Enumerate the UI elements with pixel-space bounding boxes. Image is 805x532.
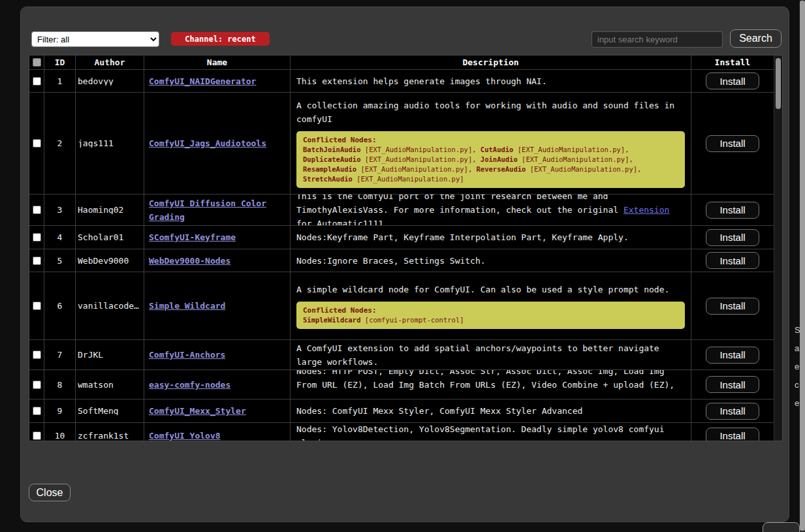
- table-row: 2 jags111 ComfyUI_Jags_Audiotools A coll…: [29, 93, 774, 195]
- install-button[interactable]: Install: [706, 298, 759, 315]
- row-id: 1: [44, 70, 76, 92]
- row-description: A collection amazing audio tools for wor…: [296, 99, 685, 126]
- channel-badge[interactable]: Channel: recent: [171, 32, 270, 46]
- table-row: 4 Scholar01 SComfyUI-Keyframe Nodes:Keyf…: [29, 226, 774, 249]
- row-name-link[interactable]: ComfyUI_Mexx_Styler: [149, 404, 246, 418]
- row-author: vanillacode314: [78, 302, 142, 310]
- row-description: A ComfyUI extension to add spatial ancho…: [296, 341, 685, 369]
- extension-link[interactable]: Extension: [623, 205, 669, 215]
- conflict-node-source: [EXT_AudioManipulation.py]: [513, 146, 625, 153]
- row-name-link[interactable]: ComfyUI Yolov8: [149, 429, 221, 441]
- conflict-items: BatchJoinAudio [EXT_AudioManipulation.py…: [303, 145, 678, 184]
- row-name-link[interactable]: Simple Wildcard: [149, 299, 225, 313]
- conflict-node-name: SimpleWildcard: [303, 316, 361, 324]
- conflict-node-name: CutAudio: [481, 146, 514, 153]
- conflict-node-name: StretchAudio: [303, 175, 353, 183]
- row-description: Nodes: Yolov8Detection, Yolov8Segmentati…: [296, 423, 685, 441]
- row-name-link[interactable]: SComfyUI-Keyframe: [149, 230, 236, 244]
- header-id: ID: [44, 55, 76, 69]
- table-row: 8 wmatson easy-comfy-nodes Nodes: HTTP P…: [29, 370, 774, 399]
- table-scrollbar-thumb[interactable]: [776, 58, 781, 109]
- row-checkbox[interactable]: [33, 351, 41, 359]
- page-background: Filter: all Channel: recent Search ID Au…: [0, 0, 805, 532]
- row-description: Nodes:Keyframe Part, Keyframe Interpolat…: [296, 230, 629, 244]
- install-button[interactable]: Install: [706, 403, 759, 420]
- table-row: 3 Haoming02 ComfyUI Diffusion Color Grad…: [29, 195, 774, 226]
- header-install: Install: [691, 55, 774, 69]
- row-checkbox[interactable]: [33, 302, 41, 310]
- row-checkbox[interactable]: [33, 77, 41, 86]
- install-button[interactable]: Install: [706, 202, 759, 219]
- conflict-node-source: [EXT_AudioManipulation.py]: [353, 175, 464, 183]
- row-description: This is the ComfyUI port of the joint re…: [296, 195, 685, 225]
- row-checkbox[interactable]: [33, 381, 41, 389]
- install-button[interactable]: Install: [706, 347, 759, 364]
- search-button[interactable]: Search: [730, 29, 781, 48]
- row-name-link[interactable]: ComfyUI_NAIDGenerator: [149, 74, 256, 88]
- row-name-link[interactable]: ComfyUI Diffusion Color Grading: [149, 196, 285, 224]
- row-author: Haoming02: [78, 206, 123, 214]
- custom-nodes-table: ID Author Name Description Install 1 bed…: [29, 55, 783, 441]
- row-id: 8: [44, 370, 76, 399]
- row-checkbox[interactable]: [33, 431, 41, 440]
- table-scrollbar-track: [774, 55, 782, 441]
- page-scrollbar-thumb[interactable]: [800, 1, 805, 531]
- row-name-link[interactable]: easy-comfy-nodes: [149, 378, 230, 392]
- row-checkbox[interactable]: [33, 233, 41, 242]
- custom-nodes-manager-dialog: Filter: all Channel: recent Search ID Au…: [20, 7, 789, 522]
- row-name-link[interactable]: ComfyUI_Jags_Audiotools: [149, 136, 266, 150]
- row-name-link[interactable]: ComfyUI-Anchors: [149, 348, 225, 362]
- search-input[interactable]: [592, 31, 723, 48]
- conflict-box: Conflicted Nodes: SimpleWildcard [comfyu…: [296, 302, 685, 329]
- row-author: WebDev9000: [78, 257, 129, 265]
- header-description: Description: [291, 55, 691, 69]
- background-text-fragment: e: [795, 398, 799, 408]
- row-id: 7: [44, 340, 76, 369]
- page-scrollbar-track: [800, 0, 805, 532]
- table-row: 7 DrJKL ComfyUI-Anchors A ComfyUI extens…: [29, 340, 774, 370]
- background-partial-button[interactable]: [763, 522, 800, 532]
- row-name-link[interactable]: WebDev9000-Nodes: [149, 254, 230, 268]
- install-button[interactable]: Install: [706, 135, 759, 152]
- conflict-node-source: [comfyui-prompt-control]: [361, 316, 464, 324]
- row-id: 10: [44, 423, 76, 441]
- conflict-node-source: [EXT_AudioManipulation.py]: [356, 165, 468, 173]
- table-row: 10 zcfrank1st ComfyUI Yolov8 Nodes: Yolo…: [29, 423, 774, 441]
- conflict-box: Conflicted Nodes: BatchJoinAudio [EXT_Au…: [296, 131, 685, 188]
- row-id: 9: [44, 399, 76, 422]
- row-checkbox[interactable]: [33, 206, 41, 214]
- table-row: 6 vanillacode314 Simple Wildcard A simpl…: [29, 272, 774, 340]
- row-id: 6: [44, 272, 76, 339]
- table-header-row: ID Author Name Description Install: [29, 55, 774, 70]
- conflict-node-source: [EXT_AudioManipulation.py]: [526, 165, 637, 173]
- table-row: 1 bedovyy ComfyUI_NAIDGenerator This ext…: [29, 70, 774, 93]
- install-button[interactable]: Install: [706, 72, 759, 89]
- row-checkbox[interactable]: [33, 139, 41, 148]
- row-description: Nodes: ComfyUI Mexx Styler, ComfyUI Mexx…: [296, 404, 582, 418]
- conflict-node-name: DuplicateAudio: [303, 155, 361, 163]
- install-button[interactable]: Install: [706, 229, 759, 246]
- install-button[interactable]: Install: [706, 428, 759, 442]
- install-button[interactable]: Install: [706, 252, 759, 269]
- background-text-fragment: a: [795, 343, 799, 353]
- table-row: 5 WebDev9000 WebDev9000-Nodes Nodes:Igno…: [29, 249, 774, 272]
- row-author: SoftMeng: [78, 407, 119, 415]
- close-button[interactable]: Close: [29, 484, 71, 501]
- filter-select[interactable]: Filter: all: [31, 31, 159, 47]
- table-row: 9 SoftMeng ComfyUI_Mexx_Styler Nodes: Co…: [29, 399, 774, 423]
- conflict-node-name: BatchJoinAudio: [303, 146, 361, 153]
- conflict-node-source: [EXT_AudioManipulation.py]: [518, 155, 629, 163]
- row-checkbox[interactable]: [33, 407, 41, 415]
- conflict-node-source: [EXT_AudioManipulation.py]: [361, 146, 473, 153]
- row-description: This extension helps generate images thr…: [296, 74, 547, 88]
- row-id: 4: [44, 226, 76, 249]
- row-id: 5: [44, 249, 76, 272]
- row-id: 2: [44, 93, 76, 194]
- conflict-node-name: ReverseAudio: [477, 165, 526, 173]
- row-checkbox[interactable]: [33, 257, 41, 265]
- install-button[interactable]: Install: [706, 376, 759, 393]
- select-all-checkbox[interactable]: [33, 58, 41, 67]
- conflict-node-name: JoinAudio: [481, 155, 518, 163]
- row-description: Nodes:Ignore Braces, Settings Switch.: [296, 254, 486, 268]
- header-author: Author: [76, 55, 144, 69]
